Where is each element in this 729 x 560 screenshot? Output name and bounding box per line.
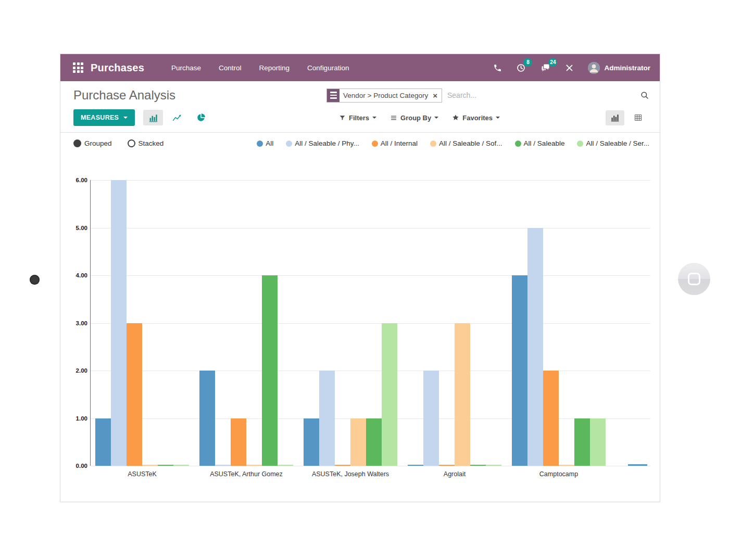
bar[interactable] [543,371,559,466]
navbar: Purchases PurchaseControlReportingConfig… [60,54,660,81]
bar[interactable] [158,465,173,466]
bar[interactable] [278,465,293,466]
bar[interactable] [127,323,142,466]
pivot-view-button[interactable] [629,110,647,125]
legend-row: Grouped Stacked AllAll / Saleable / Phy.… [60,133,660,147]
legend-item[interactable]: All / Saleable [515,139,565,147]
legend-item[interactable]: All / Internal [372,139,418,147]
facet-close-icon[interactable]: × [432,89,442,102]
bar[interactable] [470,465,486,466]
bar[interactable] [559,465,574,466]
bar[interactable] [173,465,189,466]
user-name: Administrator [604,64,650,72]
y-tick-label: 2.00 [76,367,87,374]
stacked-label: Stacked [139,139,164,147]
legend-dot-icon [372,141,378,147]
x-axis-label: ASUSTeK, Arthur Gomez [194,470,298,478]
y-tick-label: 5.00 [76,225,87,231]
bar[interactable] [408,465,423,466]
y-tick-label: 1.00 [76,415,87,422]
control-panel: Purchase Analysis Vendor > Product Categ… [60,81,660,133]
bar[interactable] [319,371,335,466]
bar[interactable] [455,323,470,466]
apps-grid-icon[interactable] [73,62,83,73]
favorites-dropdown[interactable]: Favorites [452,114,500,122]
funnel-icon [339,114,346,121]
legend-label: All / Internal [381,139,418,147]
legend-dot-icon [257,141,263,147]
caret-down-icon [123,117,128,119]
legend-item[interactable]: All [257,139,273,147]
bar[interactable] [423,371,439,466]
legend-item[interactable]: All / Saleable / Ser... [577,139,649,147]
menu-item-reporting[interactable]: Reporting [259,64,290,72]
app-window: Purchases PurchaseControlReportingConfig… [60,54,660,502]
bar[interactable] [350,418,366,466]
menu-item-control[interactable]: Control [219,64,242,72]
bar[interactable] [486,465,501,466]
pie-chart-button[interactable] [191,110,211,125]
filters-dropdown[interactable]: Filters [339,114,376,122]
y-axis-labels: 0.001.002.003.004.005.006.00 [65,180,87,466]
bar[interactable] [512,275,527,466]
view-switcher [606,110,647,125]
bar[interactable] [382,323,397,466]
phone-icon[interactable] [493,63,502,72]
bar[interactable] [95,418,111,466]
radio-unselected-icon [128,139,135,147]
user-menu[interactable]: Administrator [588,62,650,74]
bar[interactable] [231,418,246,466]
bar[interactable] [574,418,590,466]
mode-radios: Grouped Stacked [73,139,164,147]
home-button-square-icon [688,273,700,285]
bar-group [194,180,298,466]
menu-item-purchase[interactable]: Purchase [171,64,201,72]
tools-icon[interactable] [565,63,574,72]
bar[interactable] [246,465,262,466]
bar[interactable] [142,465,158,466]
y-tick-label: 4.00 [76,272,87,278]
radio-selected-icon [73,139,81,147]
grouped-radio[interactable]: Grouped [73,139,112,147]
group-by-dropdown[interactable]: Group By [390,114,438,122]
grouped-label: Grouped [84,139,112,147]
bar[interactable] [304,418,319,466]
bar[interactable] [111,180,127,466]
bar[interactable] [335,465,350,466]
bar[interactable] [439,465,455,466]
legend-item[interactable]: All / Saleable / Sof... [430,139,502,147]
menu-item-configuration[interactable]: Configuration [307,64,349,72]
bar-group [298,180,403,466]
legend-dot-icon [430,141,436,147]
y-tick-label: 0.00 [76,463,87,469]
line-chart-button[interactable] [167,110,187,125]
x-axis-label: ASUSTeK, Joseph Walters [298,470,403,478]
bar[interactable] [199,371,215,466]
y-tick-label: 6.00 [76,177,87,183]
legend-dot-icon [577,141,583,147]
bar[interactable] [527,228,543,466]
bar[interactable] [262,275,278,466]
bar[interactable] [590,418,606,466]
graph-view-button[interactable] [606,110,624,125]
search-magnifier-icon[interactable] [640,91,649,100]
list-icon [390,114,397,121]
app-name[interactable]: Purchases [91,62,144,74]
legend-dot-icon [286,141,292,147]
bar-chart-button[interactable] [143,110,163,125]
search-facet: Vendor > Product Category × [326,88,442,103]
bar[interactable] [215,465,231,466]
webcam-dot-overlay [30,275,40,285]
search-input[interactable] [442,91,640,99]
avatar [588,62,600,74]
messages-icon[interactable]: 24 [540,63,551,73]
search-bar: Vendor > Product Category × [326,88,649,103]
x-axis-labels: ASUSTeKASUSTeK, Arthur GomezASUSTeK, Jos… [90,470,650,478]
x-axis-label: ASUSTeK [90,470,194,478]
activities-clock-icon[interactable]: 8 [516,63,526,73]
bar[interactable] [366,418,382,466]
legend-dot-icon [515,141,521,147]
legend-item[interactable]: All / Saleable / Phy... [286,139,359,147]
measures-button[interactable]: MEASURES [73,109,135,126]
stacked-radio[interactable]: Stacked [128,139,164,147]
